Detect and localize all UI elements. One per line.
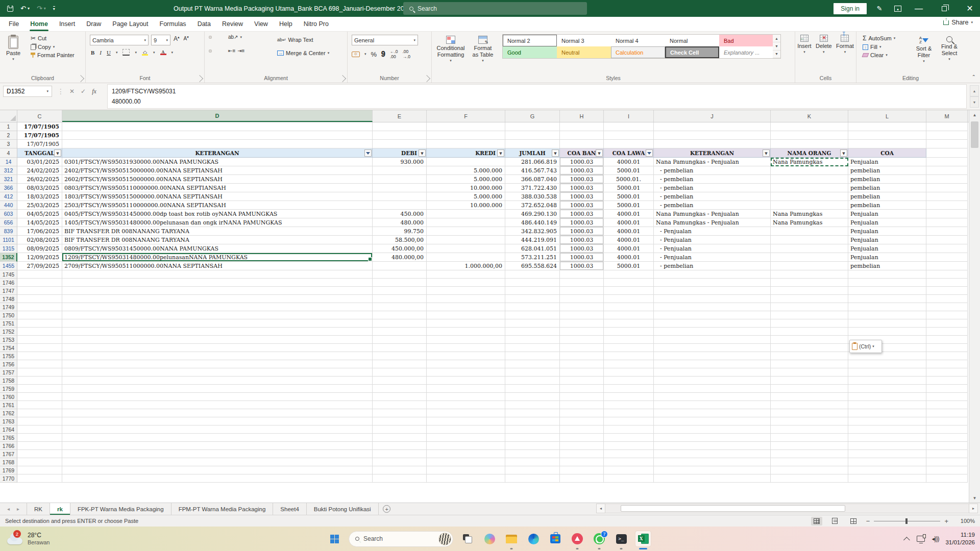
- cell[interactable]: 5000.01: [604, 192, 654, 201]
- fill-button[interactable]: ↓Fill▾: [861, 43, 897, 51]
- row-header-1[interactable]: 1: [0, 122, 17, 131]
- cell[interactable]: 0405/FTSCY/WS95031450000.00dp toast box …: [62, 210, 373, 218]
- cell[interactable]: [427, 131, 505, 140]
- share-button[interactable]: Share ▾: [943, 19, 973, 26]
- cell[interactable]: 58.500,00: [373, 236, 427, 244]
- cell[interactable]: [62, 140, 373, 148]
- cell[interactable]: [373, 184, 427, 192]
- column-header-K[interactable]: K: [771, 110, 848, 122]
- cell[interactable]: [926, 474, 968, 483]
- row-header-1760[interactable]: 1760: [0, 393, 17, 401]
- pen-mode-icon[interactable]: ✎: [872, 5, 887, 12]
- cell[interactable]: [62, 270, 373, 279]
- cell[interactable]: [604, 131, 654, 140]
- cell[interactable]: - Penjualan: [654, 253, 771, 262]
- cell[interactable]: [560, 434, 604, 442]
- cell[interactable]: [17, 458, 62, 466]
- cell[interactable]: [560, 319, 604, 328]
- row-header-1753[interactable]: 1753: [0, 336, 17, 344]
- row-header-1747[interactable]: 1747: [0, 287, 17, 295]
- cell[interactable]: [427, 122, 505, 131]
- cell[interactable]: [926, 148, 968, 158]
- cell[interactable]: [17, 360, 62, 368]
- ribbon-display-options-icon[interactable]: ▴: [894, 6, 901, 12]
- cell-style-normal[interactable]: Normal: [665, 35, 719, 46]
- cell[interactable]: 371.722.430: [505, 184, 560, 192]
- cell[interactable]: [848, 303, 926, 311]
- cell[interactable]: [771, 425, 848, 434]
- cell[interactable]: [654, 368, 771, 377]
- cell[interactable]: [373, 175, 427, 184]
- cell[interactable]: - Penjualan: [654, 236, 771, 244]
- cell[interactable]: [771, 474, 848, 483]
- cell[interactable]: 1209/FTSCY/WS95031480000.00pelunasanNANA…: [62, 253, 373, 262]
- cell[interactable]: [17, 434, 62, 442]
- cell[interactable]: [604, 401, 654, 409]
- cell[interactable]: [771, 131, 848, 140]
- cell[interactable]: [771, 295, 848, 303]
- cell[interactable]: 5000.01: [604, 166, 654, 175]
- taskbar-search[interactable]: Search: [349, 531, 453, 547]
- font-name-select[interactable]: Cambria▾: [90, 35, 149, 45]
- align-left-button[interactable]: [209, 49, 212, 53]
- row-header-1755[interactable]: 1755: [0, 352, 17, 360]
- cell[interactable]: [926, 210, 968, 218]
- cell[interactable]: [62, 122, 373, 131]
- cell[interactable]: [771, 184, 848, 192]
- align-right-button[interactable]: [219, 49, 222, 53]
- close-button[interactable]: ✕: [960, 0, 980, 17]
- cell[interactable]: [848, 368, 926, 377]
- font-color-dropdown-icon[interactable]: ▾: [172, 51, 174, 55]
- sheet-tab-fpk-pt-warna-media-packaging[interactable]: FPK-PT Warna Media Packaging: [70, 503, 172, 515]
- cell[interactable]: [560, 328, 604, 336]
- format-painter-button[interactable]: Format Painter: [29, 51, 77, 59]
- cell[interactable]: 17/06/2025: [17, 227, 62, 236]
- cell[interactable]: [427, 458, 505, 466]
- cell[interactable]: [926, 352, 968, 360]
- cell[interactable]: [848, 270, 926, 279]
- cell[interactable]: [848, 474, 926, 483]
- cell[interactable]: [926, 122, 968, 131]
- cell[interactable]: [17, 385, 62, 393]
- cell[interactable]: [62, 311, 373, 319]
- cell[interactable]: [771, 466, 848, 474]
- cell[interactable]: 04/05/2025: [17, 210, 62, 218]
- align-center-button[interactable]: [214, 49, 217, 53]
- ribbon-tab-file[interactable]: File: [3, 17, 24, 31]
- row-header-1754[interactable]: 1754: [0, 344, 17, 352]
- cell[interactable]: [373, 336, 427, 344]
- cell[interactable]: [654, 474, 771, 483]
- cancel-entry-button[interactable]: ✕: [69, 88, 75, 95]
- cell[interactable]: pembelian: [848, 262, 926, 270]
- cell[interactable]: [505, 434, 560, 442]
- cell[interactable]: [427, 319, 505, 328]
- cell[interactable]: [62, 131, 373, 140]
- cell[interactable]: 5.000.000: [427, 166, 505, 175]
- filter-header-tanggal[interactable]: TANGGAL▼: [17, 148, 62, 158]
- cell[interactable]: [560, 122, 604, 131]
- font-size-select[interactable]: 9▾: [151, 35, 170, 45]
- cell[interactable]: - pembelian: [654, 262, 771, 270]
- row-header-839[interactable]: 839: [0, 227, 17, 236]
- cell[interactable]: [505, 401, 560, 409]
- cut-button[interactable]: ✂Cut: [29, 34, 77, 43]
- bottom-align-button[interactable]: [219, 36, 222, 39]
- cell[interactable]: [654, 328, 771, 336]
- cell[interactable]: [427, 328, 505, 336]
- cell[interactable]: [17, 401, 62, 409]
- increase-indent-button[interactable]: ⇥≡: [237, 48, 244, 54]
- cell[interactable]: [771, 311, 848, 319]
- cell[interactable]: [771, 417, 848, 425]
- cell[interactable]: [771, 352, 848, 360]
- cell[interactable]: 5.000.000: [427, 192, 505, 201]
- cell[interactable]: 17/07/1905: [17, 140, 62, 148]
- cell[interactable]: [17, 295, 62, 303]
- cell[interactable]: [505, 409, 560, 417]
- cell[interactable]: [848, 417, 926, 425]
- cell[interactable]: 03/01/2025: [17, 158, 62, 166]
- cell[interactable]: [926, 434, 968, 442]
- row-header-1752[interactable]: 1752: [0, 328, 17, 336]
- cell[interactable]: [654, 393, 771, 401]
- select-all-corner[interactable]: [0, 110, 17, 122]
- cell[interactable]: [560, 303, 604, 311]
